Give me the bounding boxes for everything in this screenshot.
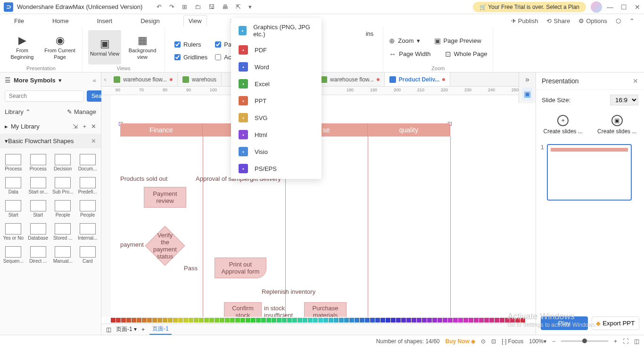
color-swatch[interactable] [355,318,359,323]
color-swatch[interactable] [292,318,297,323]
shape-item[interactable]: Start [2,198,25,219]
tab-nav-left[interactable]: ‹ [101,76,109,83]
color-swatch[interactable] [189,318,193,323]
color-swatch[interactable] [168,318,173,323]
from-current-button[interactable]: ◉From Current Page [43,30,76,65]
user-avatar[interactable] [591,1,602,13]
export-option[interactable]: ▪Word [231,58,322,75]
flow-diamond[interactable]: Verify the payment status [145,226,185,266]
color-swatch[interactable] [334,318,339,323]
color-swatch[interactable] [116,318,121,323]
color-swatch[interactable] [505,318,510,323]
export-option[interactable]: ▪Visio [231,143,322,160]
search-input[interactable] [5,90,84,102]
color-swatch[interactable] [401,318,406,323]
slide-ratio-select[interactable]: 16:9 [610,95,638,105]
export-option[interactable]: ▪PPT [231,92,322,109]
color-swatch[interactable] [240,318,245,323]
shape-item[interactable]: Yes or No [2,221,25,242]
color-swatch[interactable] [163,318,167,323]
shape-item[interactable]: Docum... [76,152,99,173]
color-swatch[interactable] [370,318,375,323]
presentation-mode-icon[interactable]: ▣ [522,88,533,100]
close-icon[interactable]: ✕ [635,3,640,11]
color-swatch[interactable] [422,318,427,323]
shape-item[interactable]: People [76,198,99,219]
rulers-checkbox[interactable]: Rulers [174,41,207,48]
shape-item[interactable]: Stored ... [51,221,74,242]
color-swatch[interactable] [323,318,328,323]
manage-button[interactable]: ✎ Manage [67,108,96,115]
shape-item[interactable]: Decision [51,152,74,173]
doc-tab[interactable]: warehouse flow... [316,73,385,86]
options-button[interactable]: ⚙ Options [578,17,607,24]
buy-now-link[interactable]: Buy Now ◆ [446,338,476,345]
color-swatch[interactable] [458,318,463,323]
from-beginning-button[interactable]: ▶From Beginning [6,30,39,65]
more-icon[interactable]: ▾ [248,3,252,10]
color-swatch[interactable] [396,318,401,323]
maximize-icon[interactable]: ☐ [621,3,627,11]
redo-icon[interactable]: ↷ [169,3,174,10]
color-swatch[interactable] [297,318,302,323]
publish-button[interactable]: ✈ Publish [511,17,538,24]
collapse-panel-icon[interactable]: « [93,77,96,84]
color-swatch[interactable] [386,318,390,323]
sb-icon[interactable]: ⊡ [491,338,496,345]
color-swatch[interactable] [443,318,447,323]
export-option[interactable]: ▪PDF [231,41,322,58]
color-swatch[interactable] [339,318,344,323]
color-swatch[interactable] [183,318,188,323]
fit-icon[interactable]: ⛶ [623,338,628,345]
shape-item[interactable]: Internal... [76,221,99,242]
remove-icon[interactable]: ✕ [91,123,96,130]
color-swatch[interactable] [132,318,136,323]
color-swatch[interactable] [318,318,323,323]
ins-checkbox[interactable]: ins [366,30,374,37]
color-swatch[interactable] [272,318,276,323]
create-slides-2[interactable]: ▣Create slides ... [597,115,636,135]
color-swatch[interactable] [277,318,281,323]
page-width-button[interactable]: ↔Page Width [389,50,430,58]
page-dropdown[interactable]: 页面-1 ▾ [116,325,137,333]
export-option[interactable]: ▪PS/EPS [231,160,322,177]
share-button[interactable]: ⟲ Share [546,17,570,24]
undo-icon[interactable]: ↶ [157,3,162,10]
doc-tab[interactable]: warehouse flow... [109,73,178,86]
notification-icon[interactable]: ⬡ [616,17,621,24]
color-swatch[interactable] [235,318,240,323]
color-swatch[interactable] [349,318,354,323]
flow-doc[interactable]: Print out Approval form [215,258,266,278]
shape-item[interactable]: Start [27,198,50,219]
page-tab-active[interactable]: 页面-1 [149,324,172,335]
color-swatch[interactable] [137,318,141,323]
zoom-out-icon[interactable]: − [552,338,555,345]
zoom-slider[interactable] [561,340,608,342]
flow-box[interactable]: Confirm stock [224,302,262,317]
color-swatch[interactable] [474,318,479,323]
shape-item[interactable]: Direct ... [27,244,50,266]
color-swatch[interactable] [489,318,494,323]
shape-item[interactable]: Data [2,175,25,196]
shape-item[interactable]: People [51,198,74,219]
shape-item[interactable]: Database [27,221,50,242]
color-swatch[interactable] [220,318,224,323]
color-swatch[interactable] [282,318,287,323]
shape-item[interactable]: Manual... [51,244,74,266]
color-swatch[interactable] [126,318,131,323]
color-swatch[interactable] [157,318,162,323]
color-swatch[interactable] [427,318,432,323]
add-page-icon[interactable]: + [141,326,145,333]
shape-item[interactable]: Card [76,244,99,266]
open-icon[interactable]: 🗀 [195,3,201,10]
color-swatch[interactable] [303,318,307,323]
export-option[interactable]: ▪Graphics (PNG, JPG etc.) [231,20,322,41]
export-option[interactable]: ▪Excel [231,75,322,92]
color-swatch[interactable] [391,318,396,323]
color-swatch[interactable] [256,318,261,323]
menu-design[interactable]: Design [136,16,164,26]
layout-icon[interactable]: ◫ [106,326,111,333]
color-swatch[interactable] [484,318,489,323]
export-ppt-button[interactable]: ◆Export PPT [592,316,640,330]
menu-insert[interactable]: Insert [92,16,117,26]
